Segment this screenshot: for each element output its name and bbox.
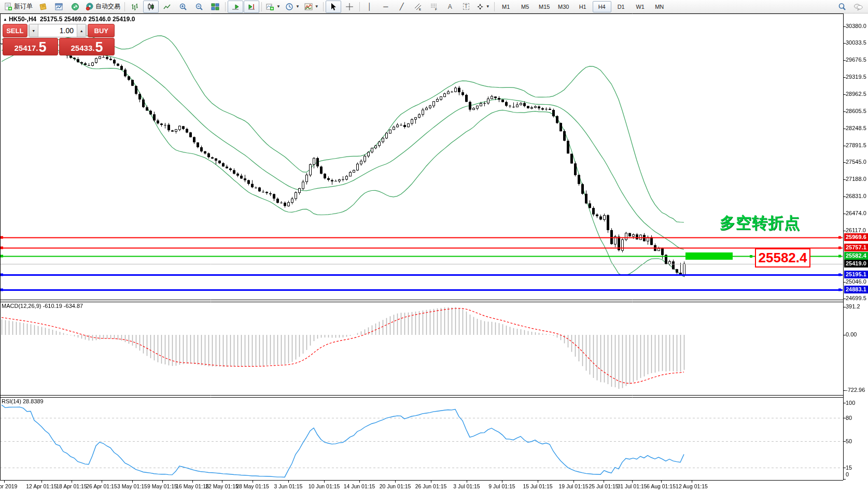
price-axis-label: 30033.5 [846, 39, 866, 46]
separator [323, 2, 324, 11]
channel-tool[interactable]: E [410, 1, 426, 13]
zoom-in-button[interactable] [175, 1, 191, 13]
tile-windows-icon [211, 3, 219, 11]
crosshair-button[interactable] [342, 1, 357, 13]
chat-button[interactable] [850, 1, 866, 13]
timeframe-button-MN[interactable]: MN [650, 1, 669, 12]
auto-scroll-button[interactable] [228, 1, 243, 13]
sell-button[interactable]: SELL [3, 24, 27, 37]
templates-button[interactable]: ▼ [302, 1, 321, 13]
bar-chart-icon [131, 3, 139, 11]
cursor-icon [329, 3, 338, 11]
periods-button[interactable]: ▼ [283, 1, 302, 13]
text-label-tool[interactable]: T [458, 1, 474, 13]
text-tool[interactable]: A [442, 1, 458, 13]
indicators-icon [266, 3, 274, 11]
separator [494, 2, 495, 11]
time-axis-label: 18 Apr 01:15 [56, 483, 87, 489]
candlestick-icon [147, 3, 155, 11]
sell-price-big-digit: 5 [38, 40, 46, 54]
time-axis-label: 26 Jun 01:15 [415, 483, 447, 489]
price-axis-label: 27545.0 [846, 159, 866, 165]
chevron-down-icon: ▼ [315, 4, 319, 9]
price-axis-label: 25046.0 [846, 278, 866, 285]
buy-button[interactable]: BUY [88, 24, 115, 37]
new-order-icon [4, 3, 12, 11]
vertical-line-tool[interactable]: │ [362, 1, 377, 13]
time-axis-label: 8 Apr 2019 [0, 483, 17, 489]
price-axis-label: 28962.5 [846, 91, 866, 97]
time-axis-label: 26 Apr 01:15 [86, 483, 117, 489]
candlestick-type-button[interactable] [143, 1, 159, 13]
timeframe-button-M1[interactable]: M1 [497, 1, 515, 12]
time-axis-label: 3 Jun 01:15 [274, 483, 303, 489]
timeframe-button-H4[interactable]: H4 [593, 1, 611, 12]
zoom-out-button[interactable] [191, 1, 207, 13]
zoom-out-icon [195, 3, 203, 11]
horizontal-line-tool[interactable]: ─ [378, 1, 394, 13]
fibonacci-tool[interactable]: F [426, 1, 442, 13]
line-chart-type-button[interactable] [159, 1, 175, 13]
indicators-button[interactable]: ▼ [264, 1, 283, 13]
macd-axis-label: 391.2 [846, 303, 860, 309]
bar-chart-type-button[interactable] [127, 1, 143, 13]
separator [359, 2, 360, 11]
one-click-trading-panel: SELL ▼ ▲ BUY 25417.5 25433.5 [3, 24, 115, 55]
timeframe-button-M30[interactable]: M30 [554, 1, 573, 12]
cursor-button[interactable] [326, 1, 341, 13]
chart-canvas[interactable] [0, 0, 868, 493]
horizontal-line-icon: ─ [383, 3, 388, 10]
chart-header: ▲HK50-,H4 25175.5 25469.0 25146.0 25419.… [3, 16, 135, 23]
auto-scroll-icon [231, 3, 240, 11]
journal-button[interactable] [35, 1, 51, 13]
vertical-line-icon: │ [368, 3, 372, 10]
trendline-tool[interactable]: ╱ [394, 1, 410, 13]
timeframe-button-D1[interactable]: D1 [612, 1, 631, 12]
new-chart-button[interactable] [51, 1, 67, 13]
template-icon [304, 3, 313, 11]
crosshair-icon [345, 3, 354, 11]
news-button[interactable] [67, 1, 83, 13]
rsi-axis-label: 100 [846, 400, 855, 406]
price-axis-label: 28605.5 [846, 108, 866, 114]
rsi-axis-label: 50 [846, 438, 852, 444]
time-axis-label: 14 Jun 01:15 [344, 483, 375, 489]
time-axis-label: 6 Aug 01:15 [647, 483, 676, 489]
toolbar: 新订单 自动交易 [0, 0, 868, 13]
timeframe-button-M15[interactable]: M15 [535, 1, 554, 12]
volume-input[interactable] [38, 24, 77, 37]
time-axis-label: 28 May 01:15 [236, 483, 269, 489]
chevron-down-icon: ▼ [276, 4, 281, 9]
search-button[interactable] [834, 1, 850, 13]
buy-price-big-digit: 5 [95, 40, 103, 54]
buy-price-display[interactable]: 25433.5 [59, 38, 115, 55]
price-axis-label: 26117.0 [846, 227, 866, 233]
auto-trading-button[interactable]: 自动交易 [83, 1, 122, 13]
timeframe-button-W1[interactable]: W1 [631, 1, 650, 12]
price-tag: 24883.1 [844, 286, 868, 293]
timeframe-button-H1[interactable]: H1 [573, 1, 592, 12]
chart-shift-icon [247, 3, 256, 11]
sell-price-main: 25417. [15, 43, 38, 54]
arrows-tool[interactable]: ▼ [474, 1, 492, 13]
separator [261, 2, 262, 11]
rsi-axis-label: 80 [846, 415, 852, 421]
new-order-button[interactable]: 新订单 [2, 1, 35, 13]
time-axis-label: 25 Jul 01:15 [589, 483, 618, 489]
time-axis-label: 10 Jun 01:15 [309, 483, 340, 489]
time-axis-label: 22 May 01:15 [205, 483, 239, 489]
volume-increase-button[interactable]: ▲ [77, 24, 86, 37]
chevron-down-icon: ▼ [486, 4, 490, 9]
time-axis-label: 3 May 01:15 [117, 483, 147, 489]
time-axis-label: 19 Jul 01:15 [558, 483, 588, 489]
time-axis-label: 3 Jul 01:15 [453, 483, 480, 489]
price-axis-label: 29676.5 [846, 57, 866, 63]
tile-windows-button[interactable] [207, 1, 223, 13]
timeframe-button-M5[interactable]: M5 [516, 1, 535, 12]
time-axis-label: 15 Jul 01:15 [523, 483, 552, 489]
rsi-indicator-label: RSI(14) 28.8389 [2, 398, 44, 404]
collapse-panel-icon[interactable]: ▲ [3, 17, 7, 22]
chart-shift-button[interactable] [244, 1, 259, 13]
volume-decrease-button[interactable]: ▼ [29, 24, 38, 37]
sell-price-display[interactable]: 25417.5 [3, 38, 58, 55]
